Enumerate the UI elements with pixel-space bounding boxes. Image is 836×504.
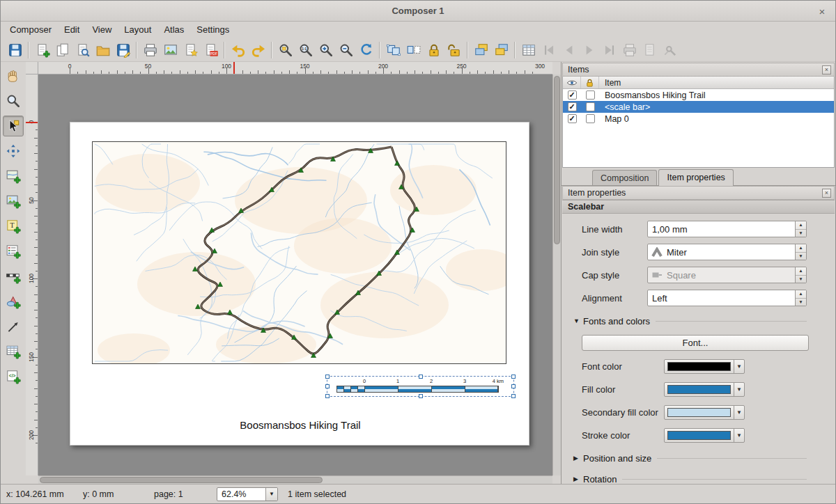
selection-handle[interactable] [511, 384, 516, 388]
item-row[interactable]: ✓<scale bar> [563, 101, 834, 113]
menu-edit[interactable]: Edit [58, 22, 86, 39]
map-title-item[interactable]: Boosmansbos Hiking Trail [84, 419, 516, 431]
spin-up-icon[interactable]: ▲ [796, 290, 806, 299]
spin-up-icon[interactable]: ▲ [796, 244, 806, 253]
visibility-checkbox[interactable]: ✓ [568, 102, 577, 111]
load-template-button[interactable] [93, 40, 113, 61]
composer-manager-button[interactable] [72, 40, 93, 61]
dropdown-arrow-icon[interactable]: ▼ [734, 360, 744, 373]
spin-down-icon[interactable]: ▼ [796, 230, 806, 237]
menu-composer[interactable]: Composer [3, 22, 58, 39]
secondary-fill-color-swatch[interactable]: ▼ [664, 405, 745, 420]
lock-checkbox[interactable] [586, 102, 595, 111]
add-arrow-tool[interactable] [3, 316, 24, 337]
menu-atlas[interactable]: Atlas [157, 22, 190, 39]
zoom-combo[interactable]: 62.4% ▼ [217, 487, 278, 501]
print-button[interactable] [140, 40, 160, 61]
unlock-items-button[interactable] [444, 40, 464, 61]
fonts-and-colors-expander[interactable]: ▼ Fonts and colors [573, 313, 807, 329]
horizontal-scrollbar-thumb[interactable] [40, 477, 323, 483]
selection-handle[interactable] [511, 394, 516, 398]
add-image-tool[interactable] [3, 191, 24, 212]
dropdown-arrow-icon[interactable]: ▼ [734, 383, 744, 396]
atlas-preview-button[interactable] [518, 40, 539, 61]
item-row[interactable]: ✓Boosmansbos Hiking Trail [563, 89, 834, 101]
zoom-in-button[interactable] [316, 40, 336, 61]
spin-down-icon[interactable]: ▼ [796, 299, 806, 306]
item-properties-close-icon[interactable]: × [822, 189, 831, 198]
undo-button[interactable] [228, 40, 248, 61]
line-width-spin-buttons[interactable]: ▲▼ [795, 221, 806, 237]
dropdown-arrow-icon[interactable]: ▼ [734, 429, 744, 442]
zoom-out-button[interactable] [336, 40, 356, 61]
lower-items-button[interactable] [491, 40, 511, 61]
export-svg-button[interactable] [180, 40, 201, 61]
pan-tool[interactable] [3, 65, 24, 86]
selection-handle[interactable] [325, 375, 330, 379]
visibility-checkbox[interactable]: ✓ [568, 90, 577, 100]
window-close-icon[interactable]: × [814, 3, 830, 19]
selection-handle[interactable] [325, 394, 330, 398]
zoom-tool[interactable] [3, 90, 24, 111]
export-pdf-button[interactable]: PDF [201, 40, 221, 61]
map-item[interactable] [92, 141, 506, 364]
selection-handle[interactable] [419, 375, 423, 379]
redo-button[interactable] [248, 40, 268, 61]
zoom-full-button[interactable] [275, 40, 295, 61]
lock-items-button[interactable] [424, 40, 444, 61]
save-project-button[interactable] [5, 40, 25, 61]
lock-checkbox[interactable] [586, 114, 595, 123]
lock-checkbox[interactable] [586, 90, 595, 100]
add-new-label-tool[interactable]: T [3, 216, 24, 237]
menu-view[interactable]: View [86, 22, 118, 39]
font-button[interactable]: Font... [582, 335, 809, 351]
move-item-content-tool[interactable] [3, 141, 24, 162]
refresh-view-button[interactable] [356, 40, 376, 61]
add-new-legend-tool[interactable] [3, 241, 24, 262]
alignment-arrows[interactable]: ▲▼ [795, 290, 806, 306]
join-style-arrows[interactable]: ▲▼ [795, 244, 806, 260]
menu-layout[interactable]: Layout [118, 22, 157, 39]
dropdown-arrow-icon[interactable]: ▼ [734, 406, 744, 419]
group-items-button[interactable] [383, 40, 403, 61]
add-new-map-tool[interactable] [3, 166, 24, 187]
zoom-dropdown-arrow-icon[interactable]: ▼ [265, 488, 277, 501]
add-html-frame-tool[interactable]: </> [3, 366, 24, 387]
ungroup-items-button[interactable] [403, 40, 424, 61]
save-template-button[interactable] [113, 40, 133, 61]
raise-items-button[interactable] [471, 40, 491, 61]
selection-handle[interactable] [511, 375, 516, 379]
tab-composition[interactable]: Composition [592, 170, 657, 185]
vertical-scrollbar[interactable] [552, 74, 561, 475]
alignment-combo[interactable]: Left ▲▼ [647, 290, 807, 306]
vertical-scrollbar-thumb[interactable] [554, 76, 560, 244]
zoom-actual-button[interactable]: 1:1 [295, 40, 316, 61]
position-and-size-expander[interactable]: ▶Position and size [573, 450, 807, 466]
export-image-button[interactable] [160, 40, 180, 61]
scalebar-tick-label: 4 km [493, 378, 504, 384]
menu-settings[interactable]: Settings [190, 22, 235, 39]
duplicate-composition-button[interactable] [52, 40, 72, 61]
add-new-scalebar-tool[interactable] [3, 266, 24, 287]
scalebar-item[interactable]: 01234 km [327, 376, 514, 397]
select-move-item-tool[interactable] [3, 116, 24, 136]
stroke-color-swatch[interactable]: ▼ [664, 428, 745, 443]
fill-color-swatch[interactable]: ▼ [664, 382, 745, 397]
ruler-tick [415, 70, 415, 74]
tab-item-properties[interactable]: Item properties [658, 169, 733, 186]
add-attribute-table-tool[interactable] [3, 341, 24, 362]
selection-handle[interactable] [325, 384, 330, 388]
spin-down-icon[interactable]: ▼ [796, 253, 806, 260]
spin-up-icon[interactable]: ▲ [796, 221, 806, 230]
visibility-checkbox[interactable]: ✓ [568, 114, 577, 123]
line-width-spinbox[interactable]: 1,00 mm ▲▼ [647, 221, 807, 237]
join-style-combo[interactable]: Miter ▲▼ [647, 244, 807, 260]
horizontal-scrollbar[interactable] [38, 475, 552, 484]
item-row[interactable]: ✓Map 0 [563, 113, 834, 125]
font-color-swatch[interactable]: ▼ [664, 359, 745, 374]
new-composition-button[interactable] [32, 40, 52, 61]
rotation-expander[interactable]: ▶Rotation [573, 471, 807, 484]
add-basic-shape-tool[interactable] [3, 291, 24, 312]
items-panel-close-icon[interactable]: × [822, 65, 831, 74]
selection-handle[interactable] [419, 394, 423, 398]
